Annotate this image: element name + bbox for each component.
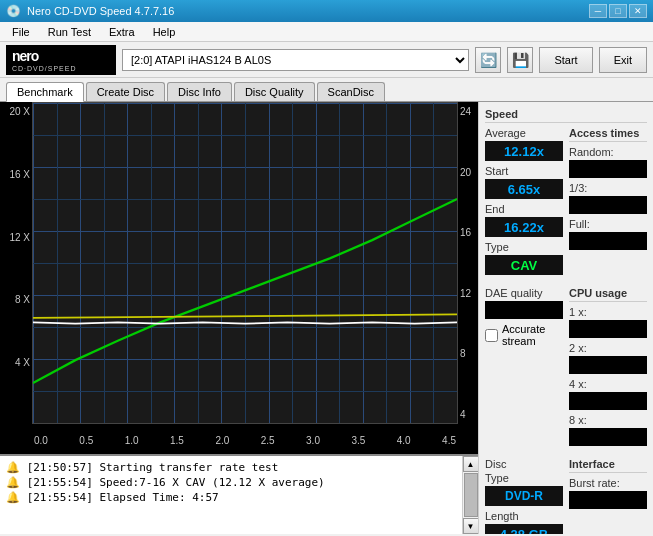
start-label: Start — [485, 165, 563, 177]
avg-label: Average — [485, 127, 563, 139]
log-scrollbar[interactable]: ▲ ▼ — [462, 456, 478, 534]
minimize-button[interactable]: ─ — [589, 4, 607, 18]
end-marker — [457, 103, 458, 423]
accurate-stream-checkbox[interactable] — [485, 329, 498, 342]
cpu-2x-value — [569, 356, 647, 374]
burst-label: Burst rate: — [569, 477, 647, 489]
interface-header: Interface — [569, 458, 647, 473]
menu-run-test[interactable]: Run Test — [40, 24, 99, 40]
yellow-line — [33, 314, 457, 317]
speed-header: Speed — [485, 108, 647, 123]
tab-benchmark[interactable]: Benchmark — [6, 82, 84, 102]
disc-length-value: 4.38 GB — [485, 524, 563, 534]
tab-create-disc[interactable]: Create Disc — [86, 82, 165, 101]
close-button[interactable]: ✕ — [629, 4, 647, 18]
full-label: Full: — [569, 218, 647, 230]
main-content: 20 X 16 X 12 X 8 X 4 X 24 20 16 12 8 4 — [0, 102, 653, 534]
log-area: 🔔 [21:50:57] Starting transfer rate test… — [0, 454, 478, 534]
app-icon: 💿 — [6, 4, 21, 18]
cpu-header: CPU usage — [569, 287, 647, 302]
disc-section: Disc Type DVD-R Length 4.38 GB — [485, 458, 563, 534]
chart-canvas — [32, 102, 458, 424]
speed-section: Speed Average 12.12x Start 6.65x End 16.… — [485, 108, 647, 279]
end-value: 16.22x — [485, 217, 563, 237]
logo-sub: CD·DVD/SPEED — [12, 65, 77, 72]
full-value — [569, 232, 647, 250]
log-icon-1: 🔔 — [6, 476, 27, 489]
right-panel: Speed Average 12.12x Start 6.65x End 16.… — [478, 102, 653, 534]
dae-value — [485, 301, 563, 319]
window-title: Nero CD-DVD Speed 4.7.7.16 — [27, 5, 174, 17]
cpu-8x-label: 8 x: — [569, 414, 647, 426]
title-bar: 💿 Nero CD-DVD Speed 4.7.7.16 ─ □ ✕ — [0, 0, 653, 22]
accurate-stream-row: Accuratestream — [485, 323, 563, 347]
cpu-4x-value — [569, 392, 647, 410]
y-axis-right: 24 20 16 12 8 4 — [458, 102, 478, 424]
one-third-value — [569, 196, 647, 214]
tab-disc-info[interactable]: Disc Info — [167, 82, 232, 101]
transfer-rate-curve — [33, 199, 457, 383]
log-icon-2: 🔔 — [6, 491, 27, 504]
scroll-down-button[interactable]: ▼ — [463, 518, 479, 534]
disc-interface-row: Disc Type DVD-R Length 4.38 GB Interface… — [485, 458, 647, 534]
cpu-4x-label: 4 x: — [569, 378, 647, 390]
menu-bar: File Run Test Extra Help — [0, 22, 653, 42]
disc-type-label: Type — [485, 472, 563, 484]
logo-text: nero — [12, 48, 77, 64]
disc-label: Disc — [485, 458, 563, 470]
interface-section: Interface Burst rate: — [569, 458, 647, 534]
cpu-2x-label: 2 x: — [569, 342, 647, 354]
burst-value — [569, 491, 647, 509]
logo: nero CD·DVD/SPEED — [6, 45, 116, 75]
menu-help[interactable]: Help — [145, 24, 184, 40]
start-value: 6.65x — [485, 179, 563, 199]
log-line-1: 🔔 [21:55:54] Speed:7-16 X CAV (12.12 X a… — [6, 475, 456, 490]
drive-select[interactable]: [2:0] ATAPI iHAS124 B AL0S — [122, 49, 469, 71]
log-line-0: 🔔 [21:50:57] Starting transfer rate test — [6, 460, 456, 475]
tab-scan-disc[interactable]: ScanDisc — [317, 82, 385, 101]
disc-length-label: Length — [485, 510, 563, 522]
disc-type-value: DVD-R — [485, 486, 563, 506]
toolbar: nero CD·DVD/SPEED [2:0] ATAPI iHAS124 B … — [0, 42, 653, 78]
end-label: End — [485, 203, 563, 215]
y-axis-left: 20 X 16 X 12 X 8 X 4 X — [0, 102, 32, 424]
cpu-8x-value — [569, 428, 647, 446]
type-value: CAV — [485, 255, 563, 275]
menu-extra[interactable]: Extra — [101, 24, 143, 40]
type-label: Type — [485, 241, 563, 253]
start-button[interactable]: Start — [539, 47, 592, 73]
grid-h-5 — [33, 423, 457, 424]
log-content: 🔔 [21:50:57] Starting transfer rate test… — [0, 456, 462, 534]
log-icon-0: 🔔 — [6, 461, 27, 474]
tab-disc-quality[interactable]: Disc Quality — [234, 82, 315, 101]
exit-button[interactable]: Exit — [599, 47, 647, 73]
x-axis: 0.0 0.5 1.0 1.5 2.0 2.5 3.0 3.5 4.0 4.5 — [32, 426, 458, 454]
grid-v-9 — [457, 103, 458, 423]
random-label: Random: — [569, 146, 647, 158]
cpu-1x-value — [569, 320, 647, 338]
access-header: Access times — [569, 127, 647, 142]
dae-cpu-row: DAE quality Accuratestream CPU usage 1 x… — [485, 287, 647, 458]
chart-svg — [33, 103, 457, 423]
dae-label: DAE quality — [485, 287, 563, 299]
speed-two-col: Average 12.12x Start 6.65x End 16.22x Ty… — [485, 127, 647, 279]
dae-section: DAE quality Accuratestream — [485, 287, 563, 450]
cpu-section: CPU usage 1 x: 2 x: 4 x: 8 x: — [569, 287, 647, 450]
tab-bar: Benchmark Create Disc Disc Info Disc Qua… — [0, 78, 653, 102]
random-value — [569, 160, 647, 178]
accurate-label: Accuratestream — [502, 323, 545, 347]
chart-wrapper: 20 X 16 X 12 X 8 X 4 X 24 20 16 12 8 4 — [0, 102, 478, 454]
refresh-icon[interactable]: 🔄 — [475, 47, 501, 73]
avg-value: 12.12x — [485, 141, 563, 161]
white-line — [33, 322, 457, 323]
scroll-up-button[interactable]: ▲ — [463, 456, 479, 472]
log-line-2: 🔔 [21:55:54] Elapsed Time: 4:57 — [6, 490, 456, 505]
cpu-1x-label: 1 x: — [569, 306, 647, 318]
save-icon[interactable]: 💾 — [507, 47, 533, 73]
chart-area: 20 X 16 X 12 X 8 X 4 X 24 20 16 12 8 4 — [0, 102, 478, 534]
scroll-thumb[interactable] — [464, 473, 478, 517]
menu-file[interactable]: File — [4, 24, 38, 40]
maximize-button[interactable]: □ — [609, 4, 627, 18]
one-third-label: 1/3: — [569, 182, 647, 194]
